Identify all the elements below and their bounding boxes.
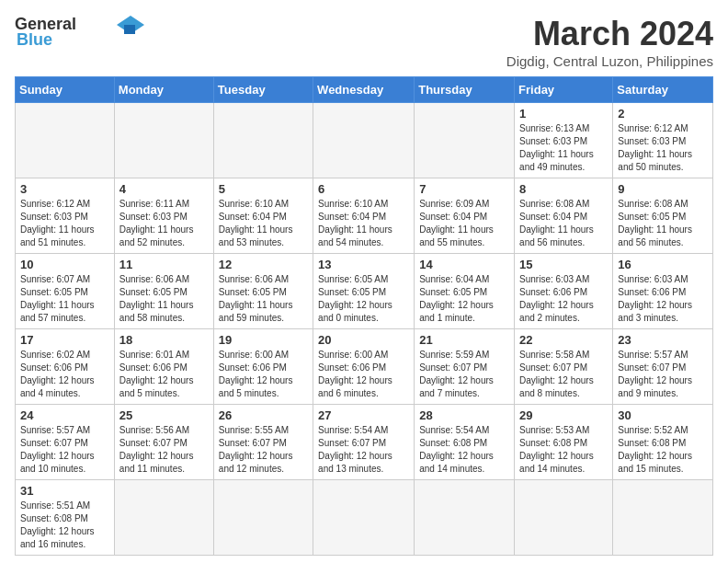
calendar-table: SundayMondayTuesdayWednesdayThursdayFrid… — [15, 76, 713, 556]
week-row-2: 3Sunrise: 6:12 AMSunset: 6:03 PMDaylight… — [16, 178, 713, 254]
calendar-cell — [16, 103, 115, 178]
weekday-header-friday: Friday — [515, 77, 613, 103]
location-title: Digdig, Central Luzon, Philippines — [506, 53, 713, 69]
day-info: Sunrise: 6:00 AMSunset: 6:06 PMDaylight:… — [219, 349, 308, 400]
day-number: 19 — [219, 333, 308, 347]
calendar-cell — [613, 480, 713, 556]
calendar-cell: 19Sunrise: 6:00 AMSunset: 6:06 PMDayligh… — [213, 329, 313, 405]
day-number: 5 — [219, 182, 308, 196]
day-number: 20 — [318, 333, 409, 347]
day-info: Sunrise: 6:03 AMSunset: 6:06 PMDaylight:… — [519, 273, 608, 325]
calendar-cell: 24Sunrise: 5:57 AMSunset: 6:07 PMDayligh… — [16, 405, 115, 480]
weekday-header-saturday: Saturday — [613, 77, 713, 103]
day-info: Sunrise: 5:53 AMSunset: 6:08 PMDaylight:… — [519, 424, 608, 476]
day-info: Sunrise: 6:00 AMSunset: 6:06 PMDaylight:… — [318, 349, 409, 400]
weekday-header-row: SundayMondayTuesdayWednesdayThursdayFrid… — [16, 77, 713, 103]
calendar-cell — [213, 103, 313, 178]
day-number: 12 — [219, 258, 308, 271]
day-info: Sunrise: 6:08 AMSunset: 6:04 PMDaylight:… — [519, 198, 608, 249]
day-number: 3 — [20, 182, 109, 196]
day-number: 13 — [318, 258, 409, 271]
calendar-cell: 23Sunrise: 5:57 AMSunset: 6:07 PMDayligh… — [613, 329, 713, 405]
calendar-cell: 4Sunrise: 6:11 AMSunset: 6:03 PMDaylight… — [114, 178, 213, 254]
calendar-cell: 8Sunrise: 6:08 AMSunset: 6:04 PMDaylight… — [515, 178, 613, 254]
day-info: Sunrise: 5:55 AMSunset: 6:07 PMDaylight:… — [219, 424, 308, 476]
day-info: Sunrise: 6:05 AMSunset: 6:05 PMDaylight:… — [318, 273, 409, 325]
day-info: Sunrise: 6:02 AMSunset: 6:06 PMDaylight:… — [20, 349, 109, 400]
calendar-cell: 7Sunrise: 6:09 AMSunset: 6:04 PMDaylight… — [415, 178, 515, 254]
calendar-cell: 6Sunrise: 6:10 AMSunset: 6:04 PMDaylight… — [313, 178, 415, 254]
day-number: 28 — [419, 408, 509, 422]
day-info: Sunrise: 5:54 AMSunset: 6:08 PMDaylight:… — [419, 424, 509, 476]
day-info: Sunrise: 6:12 AMSunset: 6:03 PMDaylight:… — [618, 122, 708, 174]
day-number: 6 — [318, 182, 409, 196]
month-title: March 2024 — [506, 15, 713, 53]
calendar-cell: 3Sunrise: 6:12 AMSunset: 6:03 PMDaylight… — [16, 178, 115, 254]
day-number: 24 — [20, 408, 109, 422]
logo-blue-text: Blue — [17, 30, 52, 50]
calendar-cell: 21Sunrise: 5:59 AMSunset: 6:07 PMDayligh… — [415, 329, 515, 405]
day-info: Sunrise: 6:07 AMSunset: 6:05 PMDaylight:… — [20, 273, 109, 325]
day-number: 2 — [618, 107, 708, 121]
calendar-cell: 13Sunrise: 6:05 AMSunset: 6:05 PMDayligh… — [313, 254, 415, 329]
day-number: 15 — [519, 258, 608, 271]
day-number: 14 — [419, 258, 509, 271]
weekday-header-monday: Monday — [114, 77, 213, 103]
calendar-cell — [415, 103, 515, 178]
calendar-cell: 29Sunrise: 5:53 AMSunset: 6:08 PMDayligh… — [515, 405, 613, 480]
day-info: Sunrise: 6:01 AMSunset: 6:06 PMDaylight:… — [119, 349, 209, 400]
calendar-cell: 14Sunrise: 6:04 AMSunset: 6:05 PMDayligh… — [415, 254, 515, 329]
calendar-cell — [114, 103, 213, 178]
title-area: March 2024 Digdig, Central Luzon, Philip… — [506, 15, 713, 69]
day-info: Sunrise: 5:58 AMSunset: 6:07 PMDaylight:… — [519, 349, 608, 400]
day-number: 30 — [618, 408, 708, 422]
calendar-cell: 17Sunrise: 6:02 AMSunset: 6:06 PMDayligh… — [16, 329, 115, 405]
calendar-cell: 10Sunrise: 6:07 AMSunset: 6:05 PMDayligh… — [16, 254, 115, 329]
day-info: Sunrise: 5:54 AMSunset: 6:07 PMDaylight:… — [318, 424, 409, 476]
day-number: 7 — [419, 182, 509, 196]
weekday-header-tuesday: Tuesday — [213, 77, 313, 103]
day-info: Sunrise: 6:03 AMSunset: 6:06 PMDaylight:… — [618, 273, 708, 325]
day-number: 8 — [519, 182, 608, 196]
calendar-cell: 31Sunrise: 5:51 AMSunset: 6:08 PMDayligh… — [16, 480, 115, 556]
calendar-cell — [313, 480, 415, 556]
day-number: 26 — [219, 408, 308, 422]
week-row-1: 1Sunrise: 6:13 AMSunset: 6:03 PMDaylight… — [16, 103, 713, 178]
day-number: 11 — [119, 258, 209, 271]
calendar-cell: 22Sunrise: 5:58 AMSunset: 6:07 PMDayligh… — [515, 329, 613, 405]
day-info: Sunrise: 6:12 AMSunset: 6:03 PMDaylight:… — [20, 198, 109, 249]
calendar-cell: 28Sunrise: 5:54 AMSunset: 6:08 PMDayligh… — [415, 405, 515, 480]
day-info: Sunrise: 5:56 AMSunset: 6:07 PMDaylight:… — [119, 424, 209, 476]
calendar-cell: 16Sunrise: 6:03 AMSunset: 6:06 PMDayligh… — [613, 254, 713, 329]
day-number: 9 — [618, 182, 708, 196]
weekday-header-sunday: Sunday — [16, 77, 115, 103]
day-number: 23 — [618, 333, 708, 347]
calendar-cell: 2Sunrise: 6:12 AMSunset: 6:03 PMDaylight… — [613, 103, 713, 178]
day-info: Sunrise: 5:52 AMSunset: 6:08 PMDaylight:… — [618, 424, 708, 476]
day-info: Sunrise: 6:06 AMSunset: 6:05 PMDaylight:… — [119, 273, 209, 325]
week-row-6: 31Sunrise: 5:51 AMSunset: 6:08 PMDayligh… — [16, 480, 713, 556]
calendar-cell: 20Sunrise: 6:00 AMSunset: 6:06 PMDayligh… — [313, 329, 415, 405]
day-info: Sunrise: 5:57 AMSunset: 6:07 PMDaylight:… — [618, 349, 708, 400]
day-number: 27 — [318, 408, 409, 422]
day-number: 22 — [519, 333, 608, 347]
day-number: 29 — [519, 408, 608, 422]
calendar-cell: 11Sunrise: 6:06 AMSunset: 6:05 PMDayligh… — [114, 254, 213, 329]
weekday-header-thursday: Thursday — [415, 77, 515, 103]
calendar-cell — [313, 103, 415, 178]
day-number: 1 — [519, 107, 608, 121]
day-info: Sunrise: 6:11 AMSunset: 6:03 PMDaylight:… — [119, 198, 209, 249]
day-info: Sunrise: 6:06 AMSunset: 6:05 PMDaylight:… — [219, 273, 308, 325]
day-number: 18 — [119, 333, 209, 347]
week-row-5: 24Sunrise: 5:57 AMSunset: 6:07 PMDayligh… — [16, 405, 713, 480]
calendar-cell: 26Sunrise: 5:55 AMSunset: 6:07 PMDayligh… — [213, 405, 313, 480]
calendar-cell: 30Sunrise: 5:52 AMSunset: 6:08 PMDayligh… — [613, 405, 713, 480]
calendar-cell: 25Sunrise: 5:56 AMSunset: 6:07 PMDayligh… — [114, 405, 213, 480]
day-info: Sunrise: 5:57 AMSunset: 6:07 PMDaylight:… — [20, 424, 109, 476]
day-number: 17 — [20, 333, 109, 347]
day-number: 21 — [419, 333, 509, 347]
calendar-cell: 27Sunrise: 5:54 AMSunset: 6:07 PMDayligh… — [313, 405, 415, 480]
day-number: 4 — [119, 182, 209, 196]
header: General Blue March 2024 Digdig, Central … — [15, 15, 713, 69]
day-number: 25 — [119, 408, 209, 422]
